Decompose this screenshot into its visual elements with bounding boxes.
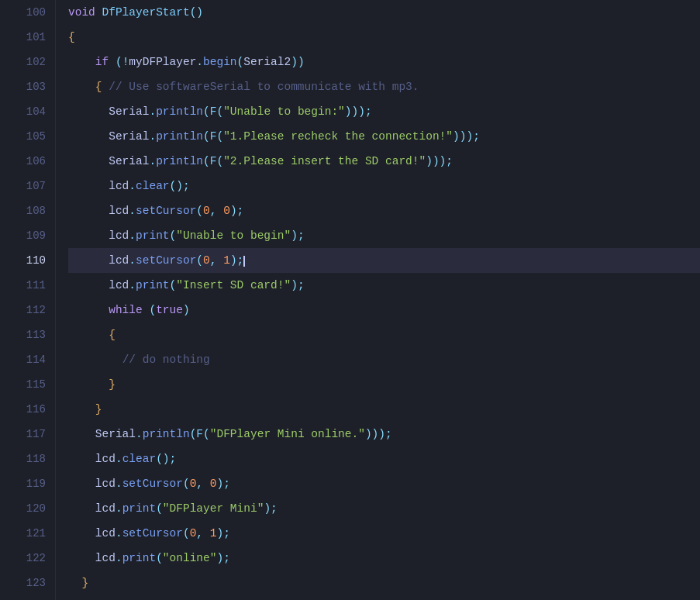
line-num-110: 110 [9,248,46,273]
line-num-117: 117 [9,422,46,447]
line-num-118: 118 [9,447,46,471]
code-line-106: Serial.println(F("2.Please insert the SD… [68,149,700,174]
line-num-111: 111 [9,273,46,298]
code-line-105: Serial.println(F("1.Please recheck the c… [68,124,700,149]
line-num-106: 106 [9,149,46,174]
code-line-100: void DfPlayerStart() [68,0,700,25]
line-num-105: 105 [9,124,46,149]
line-num-102: 102 [9,50,46,74]
code-line-110: lcd.setCursor(0, 1); [68,248,700,273]
line-num-113: 113 [9,322,46,347]
code-line-119: lcd.setCursor(0, 0); [68,471,700,496]
code-line-117: Serial.println(F("DFPlayer Mini online."… [68,422,700,447]
line-num-119: 119 [9,471,46,496]
line-num-120: 120 [9,496,46,521]
line-num-114: 114 [9,347,46,372]
code-content[interactable]: void DfPlayerStart() { if (!myDFPlayer.b… [56,0,700,600]
code-line-102: if (!myDFPlayer.begin(Serial2)) [68,50,700,74]
line-num-112: 112 [9,298,46,322]
line-num-100: 100 [9,0,46,25]
code-line-123: } [68,571,700,595]
code-line-114: // do nothing [68,347,700,372]
line-numbers: 100 101 102 103 104 105 106 107 108 109 … [0,0,56,600]
code-line-116: } [68,397,700,422]
code-line-103: { // Use softwareSerial to communicate w… [68,74,700,99]
code-line-112: while (true) [68,298,700,322]
code-line-115: } [68,372,700,397]
line-num-123: 123 [9,571,46,595]
code-line-121: lcd.setCursor(0, 1); [68,521,700,546]
code-editor: 100 101 102 103 104 105 106 107 108 109 … [0,0,700,600]
code-line-120: lcd.print("DFPlayer Mini"); [68,496,700,521]
line-num-108: 108 [9,198,46,223]
line-num-115: 115 [9,372,46,397]
code-line-122: lcd.print("online"); [68,546,700,571]
line-num-109: 109 [9,223,46,248]
line-num-116: 116 [9,397,46,422]
line-num-107: 107 [9,174,46,198]
code-line-108: lcd.setCursor(0, 0); [68,198,700,223]
line-num-104: 104 [9,99,46,124]
line-num-103: 103 [9,74,46,99]
code-line-118: lcd.clear(); [68,447,700,471]
code-line-107: lcd.clear(); [68,174,700,198]
line-num-122: 122 [9,546,46,571]
line-num-101: 101 [9,25,46,50]
code-line-109: lcd.print("Unable to begin"); [68,223,700,248]
line-num-121: 121 [9,521,46,546]
code-line-113: { [68,322,700,347]
code-line-111: lcd.print("Insert SD card!"); [68,273,700,298]
code-line-104: Serial.println(F("Unable to begin:"))); [68,99,700,124]
code-line-101: { [68,25,700,50]
